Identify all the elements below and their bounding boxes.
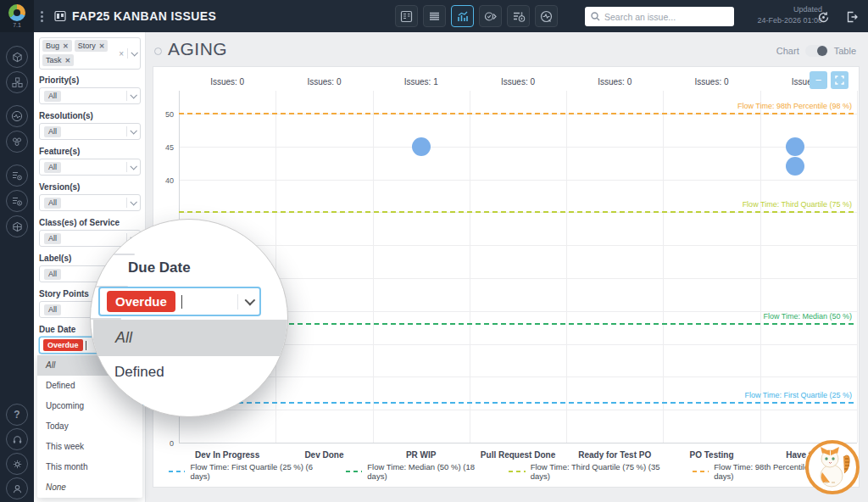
fullscreen-button[interactable] bbox=[831, 71, 849, 89]
x-axis-label: Pull Request Done bbox=[470, 450, 566, 460]
remove-tag-icon[interactable]: ✕ bbox=[63, 42, 69, 50]
legend-dash-swatch bbox=[169, 471, 185, 472]
chevron-down-icon[interactable] bbox=[131, 49, 137, 56]
gridline bbox=[179, 180, 857, 181]
sync-button[interactable] bbox=[812, 6, 835, 28]
app-logo[interactable]: 7.1 bbox=[0, 0, 34, 32]
magnified-due-date-input[interactable]: Overdue bbox=[98, 287, 261, 316]
magnified-option-all[interactable]: All bbox=[93, 320, 288, 356]
cluster-icon[interactable] bbox=[6, 131, 28, 153]
due-date-option-this-month[interactable]: This month bbox=[37, 457, 142, 477]
left-icon-rail: ? bbox=[0, 32, 34, 502]
type-tag-story[interactable]: Story✕ bbox=[75, 40, 108, 52]
top-bar: 7.1 FAP25 KANBAN ISSUES bbox=[0, 0, 868, 32]
cycle-time-view-button[interactable] bbox=[479, 5, 502, 27]
type-tag-task[interactable]: Task✕ bbox=[42, 54, 74, 66]
kanban-board-view-button[interactable] bbox=[395, 5, 418, 27]
overdue-tag[interactable]: Overdue bbox=[43, 339, 83, 351]
y-tick-label: 40 bbox=[155, 176, 174, 185]
issues-count-label: Issues: 0 bbox=[470, 77, 566, 86]
help-icon[interactable]: ? bbox=[6, 404, 28, 426]
issue-type-multiselect[interactable]: Bug✕Story✕Task✕ × bbox=[39, 37, 141, 70]
zoom-out-button[interactable]: − bbox=[810, 71, 827, 89]
cat-illustration-icon bbox=[811, 445, 854, 489]
chevron-down-icon[interactable] bbox=[130, 127, 136, 134]
magnified-chevron-down-icon[interactable] bbox=[245, 295, 256, 306]
due-date-option-upcoming[interactable]: Upcoming bbox=[37, 396, 142, 416]
playbook-list-icon[interactable] bbox=[6, 190, 28, 212]
search-input[interactable] bbox=[604, 12, 728, 22]
issue-age-dot[interactable] bbox=[412, 137, 431, 156]
issue-age-dot[interactable] bbox=[786, 137, 804, 156]
issues-count-label: Issues: 0 bbox=[275, 77, 372, 86]
filter-select-resolution-s-[interactable]: All bbox=[39, 123, 141, 140]
toggle-knob bbox=[817, 46, 827, 56]
board-package-icon[interactable] bbox=[6, 46, 28, 68]
search-icon bbox=[591, 12, 600, 21]
selected-value: All bbox=[44, 91, 61, 102]
search-bar[interactable] bbox=[585, 7, 734, 26]
legend-item: Flow Time: Median (50 %) (18 days) bbox=[346, 462, 487, 481]
column-separator bbox=[373, 91, 374, 443]
logout-button[interactable] bbox=[840, 6, 863, 28]
clear-filter-icon[interactable]: × bbox=[119, 49, 124, 59]
y-tick-label: 45 bbox=[155, 143, 174, 152]
user-avatar-icon[interactable] bbox=[6, 477, 28, 499]
gridline bbox=[179, 278, 857, 279]
selected-value: All bbox=[44, 198, 61, 209]
chevron-down-icon[interactable] bbox=[130, 163, 136, 170]
filter-select-feature-s-[interactable]: All bbox=[39, 159, 141, 176]
y-tick-label: 0 bbox=[155, 439, 174, 448]
page-header: AGING Chart Table bbox=[153, 39, 860, 63]
charts-view-button-active[interactable] bbox=[451, 5, 474, 27]
chart-legend: Flow Time: First Quartile (25 %) (6 days… bbox=[169, 462, 859, 481]
brand-logo-icon bbox=[8, 4, 25, 21]
filter-label-version-s-: Version(s) bbox=[39, 182, 140, 192]
text-caret bbox=[86, 341, 86, 350]
tag-label: Story bbox=[78, 42, 96, 50]
filter-select-priority-s-[interactable]: All bbox=[39, 87, 141, 104]
legend-item: Flow Time: First Quartile (25 %) (6 days… bbox=[169, 462, 324, 481]
page-title: AGING bbox=[168, 39, 227, 59]
selected-value: All bbox=[44, 269, 61, 280]
info-circle-icon[interactable] bbox=[154, 47, 162, 55]
tag-label: Task bbox=[46, 56, 62, 64]
percentile-line-label: Flow Time: First Quartile (25 %) bbox=[179, 391, 852, 399]
mascot-chat-button[interactable] bbox=[805, 440, 860, 494]
remove-tag-icon[interactable]: ✕ bbox=[99, 42, 105, 50]
legend-dash-swatch bbox=[693, 471, 709, 472]
issues-count-label: Issues: 0 bbox=[566, 77, 663, 86]
filter-label-class-es-of-service: Class(es) of Service bbox=[39, 218, 140, 227]
remove-tag-icon[interactable]: ✕ bbox=[65, 57, 71, 64]
type-tag-bug[interactable]: Bug✕ bbox=[42, 40, 72, 52]
issues-count-label: Issues: 0 bbox=[179, 77, 275, 86]
list-view-button[interactable] bbox=[423, 5, 446, 27]
due-date-option-this-week[interactable]: This week bbox=[37, 437, 142, 457]
settings-gear-icon[interactable] bbox=[6, 453, 28, 475]
toggle-chart-label: Chart bbox=[776, 46, 799, 56]
selected-value: All bbox=[44, 126, 61, 137]
column-separator bbox=[470, 91, 470, 443]
support-headset-icon[interactable] bbox=[6, 428, 28, 450]
due-date-option-today[interactable]: Today bbox=[37, 416, 142, 437]
forecast-list-view-button[interactable] bbox=[507, 5, 530, 27]
magnified-overdue-tag[interactable]: Overdue bbox=[107, 291, 175, 312]
app-window: 7.1 FAP25 KANBAN ISSUES bbox=[0, 0, 868, 502]
chevron-down-icon[interactable] bbox=[130, 92, 136, 98]
dashboard-title: FAP25 KANBAN ISSUES bbox=[72, 9, 216, 23]
chevron-down-icon[interactable] bbox=[130, 198, 136, 205]
column-separator bbox=[760, 91, 761, 443]
issue-age-dot[interactable] bbox=[786, 157, 804, 176]
magnified-option-defined[interactable]: Defined bbox=[114, 364, 164, 381]
due-date-option-none[interactable]: None bbox=[37, 477, 142, 498]
kebab-menu-icon[interactable] bbox=[41, 11, 44, 22]
gridline bbox=[179, 245, 857, 246]
split-cube-icon[interactable] bbox=[6, 215, 28, 237]
filter-select-version-s-[interactable]: All bbox=[39, 194, 141, 211]
percentile-line bbox=[179, 211, 857, 213]
multi-boards-icon[interactable] bbox=[6, 71, 28, 93]
flow-pulse-icon[interactable] bbox=[6, 105, 28, 127]
settings-list-icon[interactable] bbox=[6, 165, 28, 187]
simulation-view-button[interactable] bbox=[535, 5, 558, 27]
view-toggle-switch[interactable] bbox=[805, 45, 828, 57]
